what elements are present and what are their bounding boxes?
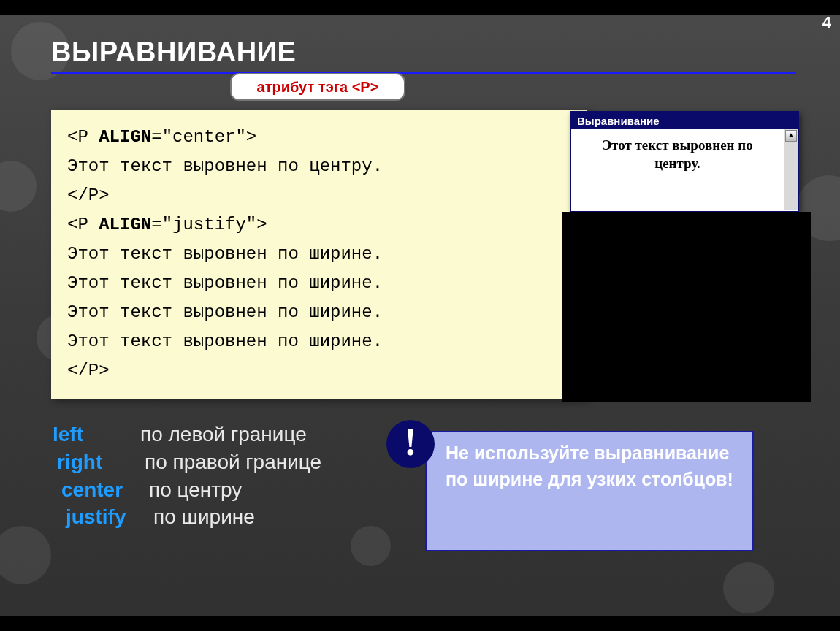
bottom-black-bar [0,616,840,631]
alignment-option: leftпо левой границе [53,421,321,448]
code-line: </P> [67,356,571,386]
code-line: <P ALIGN="justify"> [67,210,571,240]
rendered-paragraph: Этот текст выровнен по центру. [571,129,784,210]
alignment-keyword: center [53,476,149,504]
alignment-description: по левой границе [140,423,307,445]
warning-note: Не используйте выравнивание по ширине дл… [425,431,754,551]
alignment-description: по центру [149,478,242,501]
slide-title: ВЫРАВНИВАНИЕ [51,37,296,68]
alignment-option: justifyпо ширине [53,503,321,531]
scrollbar-up-icon[interactable]: ▲ [785,130,797,142]
alignment-keyword: left [53,421,140,448]
warning-badge: ! [386,420,435,468]
slide-stage: 4 ВЫРАВНИВАНИЕ атрибут тэга <P> <P ALIGN… [0,0,840,631]
decoration-bubble [351,526,391,566]
browser-window-body: Этот текст выровнен по центру. ▲ [571,129,798,210]
browser-preview-window: Выравнивание Этот текст выровнен по цент… [570,111,799,213]
exclamation-icon: ! [404,421,416,463]
alignment-description: по ширине [153,505,255,528]
alignment-description: по правой границе [145,451,321,473]
slide-number: 4 [822,13,831,32]
decoration-bubble [0,526,51,584]
alignment-keyword: right [53,448,145,476]
browser-window-title: Выравнивание [571,112,798,129]
code-keyword: ALIGN [99,215,151,234]
alignment-keyword: justify [53,503,153,531]
top-black-bar [0,0,840,15]
code-line: <P ALIGN="center"> [67,123,571,152]
decoration-bubble [723,562,774,613]
decoration-bubble [0,161,37,212]
title-underline [51,72,796,74]
code-line: </P> [67,181,571,210]
scrollbar[interactable]: ▲ [784,129,798,210]
code-line: Этот текст выровнен по центру. [67,152,571,181]
occluding-black-box [562,212,811,402]
alignment-option: rightпо правой границе [53,448,321,476]
code-line: Этот текст выровнен по ширине. [67,298,571,327]
code-line: Этот текст выровнен по ширине. [67,327,571,356]
callout-bubble: атрибут тэга <P> [230,73,405,101]
callout-text: атрибут тэга <P> [257,79,379,95]
code-keyword: ALIGN [99,127,151,147]
code-line: Этот текст выровнен по ширине. [67,240,571,269]
alignment-option: centerпо центру [53,476,321,504]
code-line: Этот текст выровнен по ширине. [67,269,571,298]
code-panel: <P ALIGN="center">Этот текст выровнен по… [51,110,587,399]
alignment-options-list: leftпо левой границеrightпо правой грани… [53,421,321,531]
